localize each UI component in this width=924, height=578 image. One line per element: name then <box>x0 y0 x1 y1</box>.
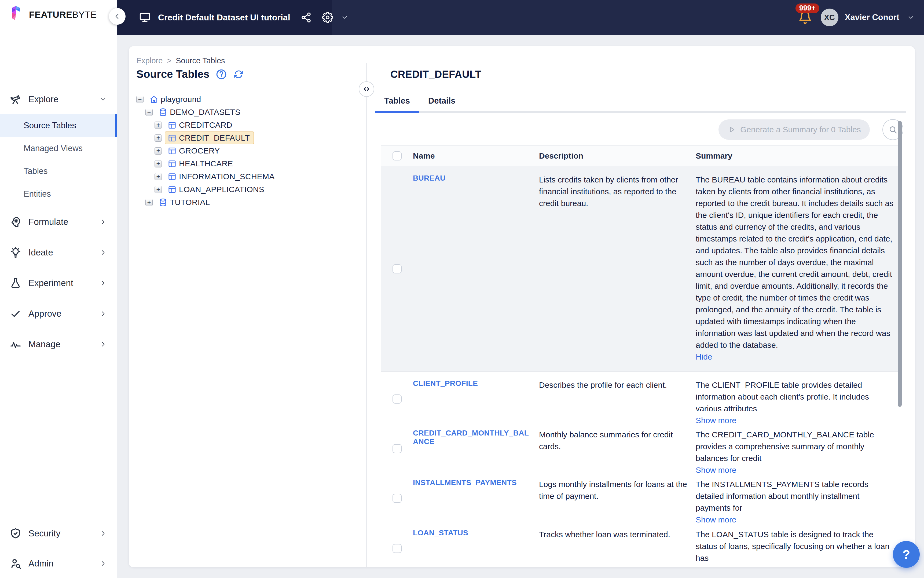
refresh-button[interactable] <box>233 69 244 80</box>
detail-title: CREDIT_DEFAULT <box>391 69 481 80</box>
row-checkbox[interactable] <box>392 494 402 503</box>
summary-toggle-link[interactable]: Hide <box>696 351 894 363</box>
user-search-icon <box>10 558 21 570</box>
tree-expander[interactable]: + <box>154 122 162 129</box>
app-root: FEATUREBYTE Explore Source Tables Manage… <box>0 0 924 578</box>
select-all-checkbox[interactable] <box>392 151 402 161</box>
tree-row-loan_applications[interactable]: + LOAN_APPLICATIONS <box>129 183 360 196</box>
tables-table: Name Description Summary BUREAU Lists cr… <box>381 145 901 567</box>
share-button[interactable] <box>300 12 312 23</box>
project-dropdown-button[interactable] <box>341 14 348 21</box>
tree-row-demo_datasets[interactable]: − DEMO_DATASETS <box>129 106 360 119</box>
project-settings-button[interactable] <box>322 12 333 23</box>
sidebar-item-manage[interactable]: Manage <box>0 333 117 356</box>
table-icon <box>168 159 177 168</box>
sidebar-subitem-entities[interactable]: Entities <box>0 182 117 205</box>
tree-row-healthcare[interactable]: + HEALTHCARE <box>129 157 360 170</box>
tree-expander[interactable]: + <box>154 186 162 193</box>
table-icon <box>168 172 177 181</box>
tree-row-creditcard[interactable]: + CREDITCARD <box>129 119 360 132</box>
tree-expander[interactable]: + <box>154 135 162 142</box>
row-checkbox[interactable] <box>392 544 402 553</box>
table-name-link[interactable]: CLIENT_PROFILE <box>413 379 478 388</box>
sidebar-item-explore[interactable]: Explore <box>0 88 117 110</box>
sidebar-item-admin[interactable]: Admin <box>0 552 117 575</box>
tree-expander[interactable]: − <box>146 109 152 116</box>
vertical-scrollbar[interactable] <box>898 121 902 407</box>
search-icon <box>888 125 897 134</box>
sidebar-item-formulate[interactable]: Formulate <box>0 211 117 233</box>
tree-expander[interactable]: + <box>146 199 152 206</box>
project-selector[interactable]: Credit Default Dataset UI tutorial <box>117 0 332 35</box>
top-bar: Credit Default Dataset UI tutorial 999+ … <box>117 0 924 35</box>
telescope-icon <box>10 93 21 105</box>
sidebar-subitem-source-tables[interactable]: Source Tables <box>0 114 117 137</box>
sidebar-item-ideate[interactable]: Ideate <box>0 241 117 264</box>
tab-details[interactable]: Details <box>419 91 465 111</box>
tree-expander[interactable]: + <box>154 173 162 180</box>
house-icon <box>149 95 158 104</box>
table-row-loan_status[interactable]: LOAN_STATUS Tracks whether loan was term… <box>381 521 901 567</box>
row-checkbox[interactable] <box>392 444 402 453</box>
table-name-link[interactable]: INSTALLMENTS_PAYMENTS <box>413 479 517 487</box>
user-name: Xavier Conort <box>845 13 899 22</box>
tree-expander[interactable]: + <box>154 160 162 167</box>
table-row-installments_payments[interactable]: INSTALLMENTS_PAYMENTS Logs monthly insta… <box>381 471 901 521</box>
sidebar-menu: Formulate Ideate Experiment Approve Mana… <box>0 211 117 364</box>
tree-expander[interactable]: + <box>154 147 162 154</box>
sidebar-subitem-managed-views[interactable]: Managed Views <box>0 137 117 160</box>
sidebar-item-experiment[interactable]: Experiment <box>0 272 117 294</box>
lightbulb-icon <box>10 247 21 258</box>
table-row-bureau[interactable]: BUREAU Lists credits taken by clients fr… <box>381 166 901 372</box>
table-description: Tracks whether loan was terminated. <box>539 521 696 567</box>
table-name-link[interactable]: BUREAU <box>413 174 446 182</box>
table-icon <box>168 146 177 155</box>
sidebar-subitem-tables[interactable]: Tables <box>0 160 117 182</box>
tree-row-credit_default[interactable]: + CREDIT_DEFAULT <box>129 132 360 144</box>
chevron-right-icon <box>99 560 107 567</box>
sidebar-item-label: Explore <box>28 94 58 104</box>
tab-tables[interactable]: Tables <box>375 91 419 111</box>
splitter-handle[interactable] <box>359 81 374 97</box>
table-header-row: Name Description Summary <box>381 145 901 166</box>
page-title: Source Tables <box>136 68 209 80</box>
flask-icon <box>10 277 21 289</box>
table-row-client_profile[interactable]: CLIENT_PROFILE Describes the profile for… <box>381 372 901 421</box>
chevron-right-icon <box>99 218 107 226</box>
panel-splitter[interactable] <box>366 63 367 567</box>
table-row-credit_card_monthly_balance[interactable]: CREDIT_CARD_MONTHLY_BALANCE Monthly bala… <box>381 421 901 471</box>
row-checkbox[interactable] <box>392 264 402 273</box>
breadcrumb-item[interactable]: Explore <box>136 56 162 65</box>
sidebar-item-security[interactable]: Security <box>0 522 117 545</box>
topbar-right-cluster: 999+ XC Xavier Conort <box>798 0 914 35</box>
row-checkbox[interactable] <box>392 395 402 404</box>
chevron-down-icon <box>99 96 107 103</box>
help-fab-button[interactable]: ? <box>893 541 920 568</box>
chevron-right-icon <box>99 310 107 317</box>
tree-expander[interactable]: − <box>136 96 144 103</box>
table-summary: The CLIENT_PROFILE table provides detail… <box>696 380 869 413</box>
pulse-icon <box>10 338 21 350</box>
table-name-link[interactable]: LOAN_STATUS <box>413 529 468 537</box>
tree-row-playground[interactable]: − playground <box>129 93 360 106</box>
source-tables-tree: − playground − DEMO_DATASETS + CREDITCAR… <box>129 93 360 209</box>
avatar[interactable]: XC <box>821 8 838 26</box>
detail-tabs: Tables Details <box>375 91 906 113</box>
table-name-link[interactable]: CREDIT_CARD_MONTHLY_BALANCE <box>413 429 529 446</box>
tree-row-grocery[interactable]: + GROCERY <box>129 144 360 157</box>
summary-toggle-link[interactable]: Show more <box>696 564 894 567</box>
notifications-button[interactable]: 999+ <box>798 10 813 25</box>
chevron-right-icon <box>99 279 107 287</box>
table-summary: The LOAN_STATUS table is designed to tra… <box>696 530 889 562</box>
tree-row-tutorial[interactable]: + TUTORIAL <box>129 196 360 209</box>
help-icon-button[interactable] <box>216 68 227 80</box>
chevron-left-icon <box>113 12 121 20</box>
user-menu-button[interactable] <box>907 14 914 21</box>
tree-row-information_schema[interactable]: + INFORMATION_SCHEMA <box>129 170 360 183</box>
sidebar-collapse-button[interactable] <box>109 8 126 25</box>
featurebyte-logo-icon <box>9 6 25 23</box>
generate-summary-button[interactable]: Generate a Summary for 0 Tables <box>718 119 870 140</box>
sidebar-item-approve[interactable]: Approve <box>0 302 117 325</box>
arrows-left-right-icon <box>363 85 371 93</box>
head-gear-icon <box>10 216 21 228</box>
